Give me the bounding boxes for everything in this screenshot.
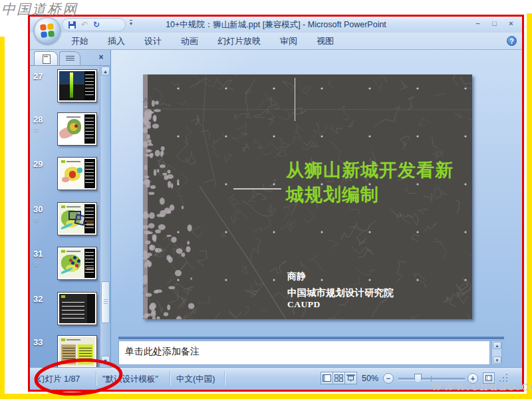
view-buttons [321, 372, 356, 384]
scroll-up-icon[interactable]: ▲ [101, 66, 110, 76]
slide-sorter-button[interactable] [332, 372, 345, 384]
thumb-art [59, 159, 95, 188]
thumbnail-image[interactable] [58, 158, 96, 190]
slide-indicator: 幻灯片 1/87 [37, 374, 80, 385]
page-border-left [0, 37, 5, 399]
slide-author-block[interactable]: 商静 中国城市规划设计研究院 CAUPD [287, 270, 394, 310]
tab-slides-view[interactable] [34, 51, 58, 65]
panel-tab-strip: × [30, 50, 111, 66]
author-name: 商静 [287, 270, 394, 282]
slideshow-view-button[interactable] [344, 372, 357, 384]
language-status[interactable]: 中文(中国) [176, 374, 215, 385]
maximize-button[interactable]: □ [487, 19, 501, 29]
qat-customize-icon[interactable]: ▾ [130, 20, 132, 27]
notes-splitter[interactable] [118, 336, 504, 339]
slide-number: 33 [33, 337, 43, 347]
powerpoint-window: 10+中规院：狮山新城.ppt [兼容模式] - Microsoft Power… [30, 17, 522, 390]
ribbon-tab-row: 开始 插入 设计 动画 幻灯片放映 审阅 视图 ? [30, 33, 522, 50]
thumb-art [59, 114, 95, 144]
main-content: × 27☆ 28☆ 29☆ 30☆ [30, 50, 522, 367]
slide-number: 28 [33, 114, 43, 124]
zoom-slider-thumb[interactable] [414, 374, 422, 383]
slide-title-dash [233, 188, 281, 190]
slide-canvas[interactable]: 从狮山新城开发看新 城规划编制 商静 中国城市规划设计研究院 CAUPD [143, 74, 472, 319]
tab-insert[interactable]: 插入 [101, 33, 132, 50]
panel-scrollbar[interactable]: ▲ ▼ [100, 66, 110, 367]
close-button[interactable]: × [504, 19, 518, 29]
thumbnail-image[interactable] [58, 113, 96, 145]
page-border-bottom [0, 394, 532, 399]
office-button[interactable] [34, 17, 61, 44]
site-watermark-top: 中国道桥网 [1, 0, 78, 19]
slide-thumbnail-32[interactable]: 32☆ [30, 293, 99, 330]
save-icon[interactable] [68, 21, 76, 29]
site-watermark-bottom: www.cndao.com [431, 378, 532, 393]
panel-scrollbar-thumb[interactable] [101, 281, 110, 323]
page-border-right [527, 13, 532, 399]
animation-star-icon: ☆ [33, 124, 56, 134]
slide-thumbnail-31[interactable]: 31☆ [30, 247, 99, 285]
thumb-art [59, 204, 95, 233]
office-logo-icon [40, 23, 55, 38]
notes-input[interactable]: 单击此处添加备注 [118, 340, 490, 365]
slide-title-text[interactable]: 从狮山新城开发看新 城规划编制 [286, 158, 466, 207]
zoom-level[interactable]: 50% [362, 374, 378, 383]
slide-number: 31 [33, 249, 43, 259]
help-icon[interactable]: ? [507, 36, 517, 46]
slide-vertical-line [295, 78, 295, 121]
tab-outline-view[interactable] [59, 51, 80, 65]
undo-icon[interactable]: ↶ [81, 21, 88, 29]
animation-star-icon: ☆ [33, 259, 56, 269]
design-template-status[interactable]: "默认设计模板" [102, 374, 158, 385]
annotation-red-frame: 10+中规院：狮山新城.ppt [兼容模式] - Microsoft Power… [28, 15, 524, 392]
title-bar: 10+中规院：狮山新城.ppt [兼容模式] - Microsoft Power… [30, 17, 522, 33]
minimize-button[interactable]: – [471, 19, 485, 29]
redo-icon[interactable]: ↻ [93, 21, 100, 29]
animation-star-icon: ☆ [33, 214, 56, 224]
zoom-out-button[interactable]: − [383, 373, 394, 384]
author-organization: 中国城市规划设计研究院 [287, 287, 394, 299]
slide-thumbnail-27[interactable]: 27☆ [30, 70, 99, 107]
slide-thumbnail-29[interactable]: 29☆ [30, 158, 99, 195]
quick-access-toolbar: ↶ ↻ [62, 18, 126, 31]
slide-number: 27 [33, 71, 43, 81]
slide-thumbnail-30[interactable]: 30☆ [30, 203, 99, 240]
slides-tab-icon [43, 55, 51, 64]
thumb-art [59, 71, 95, 100]
slide-thumbnail-28[interactable]: 28☆ [30, 113, 99, 150]
slideshow-icon [346, 374, 355, 382]
thumbnail-image[interactable] [58, 293, 96, 325]
thumbnail-image[interactable] [58, 70, 96, 102]
thumbnail-list: 27☆ 28☆ 29☆ 30☆ 31☆ [30, 66, 99, 367]
outline-tab-icon [66, 56, 74, 62]
tab-slideshow[interactable]: 幻灯片放映 [211, 33, 267, 50]
normal-view-icon [323, 374, 331, 382]
scroll-down-icon[interactable]: ▼ [101, 356, 110, 365]
author-organization-abbr: CAUPD [287, 299, 394, 310]
slide-editor-area: 从狮山新城开发看新 城规划编制 商静 中国城市规划设计研究院 CAUPD ▲ ▼… [111, 50, 493, 336]
tab-animations[interactable]: 动画 [174, 33, 205, 50]
tab-design[interactable]: 设计 [138, 33, 168, 50]
thumb-art [59, 294, 95, 323]
tab-view[interactable]: 视图 [310, 33, 340, 50]
thumb-art [59, 249, 95, 278]
slide-number: 29 [33, 159, 43, 169]
notes-scrollbar[interactable]: ▲ ▼ [491, 340, 502, 365]
slides-panel: × 27☆ 28☆ 29☆ 30☆ [30, 50, 111, 367]
panel-close-icon[interactable]: × [96, 53, 106, 63]
thumbnail-image[interactable] [58, 247, 96, 279]
slide-sorter-icon [334, 374, 343, 382]
slide-thumbnail-33[interactable]: 33☆ [30, 336, 99, 367]
normal-view-button[interactable] [321, 372, 333, 384]
tab-review[interactable]: 审阅 [273, 33, 304, 50]
thumbnail-image[interactable] [58, 336, 96, 367]
scroll-down-icon[interactable]: ▼ [493, 356, 501, 364]
slide-number: 32 [33, 294, 43, 304]
thumb-art [59, 337, 95, 366]
thumbnail-image[interactable] [58, 203, 96, 235]
scroll-up-icon[interactable]: ▲ [493, 342, 501, 349]
tab-home[interactable]: 开始 [65, 33, 95, 50]
slide-number: 30 [33, 204, 43, 214]
